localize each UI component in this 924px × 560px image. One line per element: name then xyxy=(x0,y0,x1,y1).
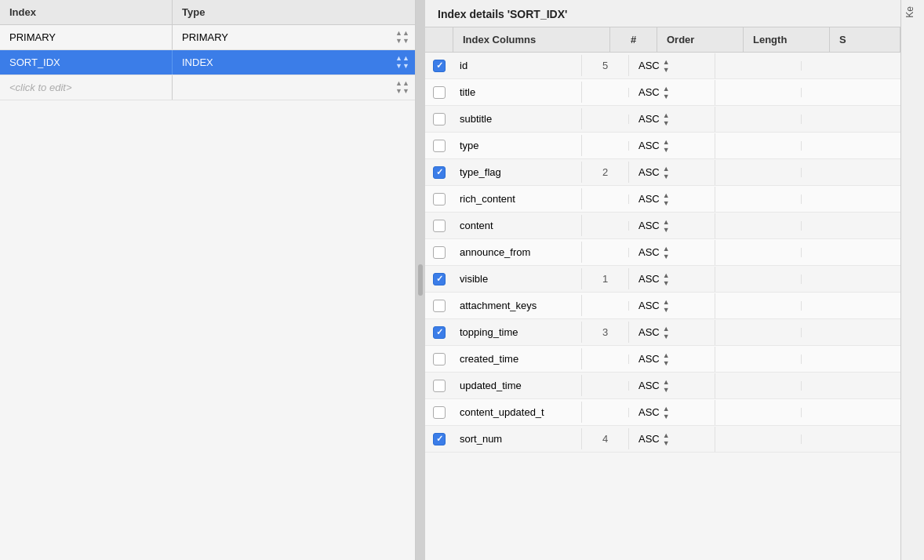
column-checkbox-created_time[interactable] xyxy=(425,353,453,365)
detail-row: visible1ASC xyxy=(425,266,900,293)
order-value: ASC xyxy=(638,273,660,285)
column-checkbox-subtitle[interactable] xyxy=(425,113,453,125)
column-num-sort_num: 4 xyxy=(582,428,629,449)
stepper-primary[interactable]: ▲ ▼ xyxy=(393,30,415,45)
arrow-up-icon[interactable]: ▲ xyxy=(395,55,409,62)
checkbox-icon[interactable] xyxy=(433,326,446,339)
column-checkbox-id[interactable] xyxy=(425,60,453,72)
up-arrow-icon[interactable] xyxy=(663,218,670,226)
up-arrow-icon[interactable] xyxy=(663,85,670,93)
up-arrow-icon[interactable] xyxy=(663,58,670,66)
checkbox-icon[interactable] xyxy=(433,113,446,125)
column-checkbox-content_updated_t[interactable] xyxy=(425,406,453,419)
down-arrow-icon[interactable] xyxy=(663,199,670,207)
checkbox-icon[interactable] xyxy=(433,166,446,179)
column-checkbox-content[interactable] xyxy=(425,220,453,232)
down-arrow-icon[interactable] xyxy=(663,173,670,180)
down-arrow-icon[interactable] xyxy=(663,333,670,340)
checkbox-icon[interactable] xyxy=(433,380,446,392)
column-checkbox-title[interactable] xyxy=(425,86,453,99)
stepper-sort-idx[interactable]: ▲ ▼ xyxy=(393,55,415,70)
column-extra-content xyxy=(802,221,900,231)
checkbox-icon[interactable] xyxy=(433,246,446,259)
order-stepper[interactable] xyxy=(663,218,670,234)
column-length-created_time xyxy=(715,355,802,364)
checkbox-icon[interactable] xyxy=(433,86,446,99)
down-arrow-icon[interactable] xyxy=(663,306,670,314)
index-row-primary[interactable]: PRIMARY PRIMARY ▲ ▼ xyxy=(0,25,415,50)
detail-row: contentASC xyxy=(425,213,900,239)
up-arrow-icon[interactable] xyxy=(663,431,670,439)
up-arrow-icon[interactable] xyxy=(663,298,670,306)
column-checkbox-topping_time[interactable] xyxy=(425,326,453,339)
order-stepper[interactable] xyxy=(663,378,670,394)
column-checkbox-type[interactable] xyxy=(425,140,453,152)
column-checkbox-updated_time[interactable] xyxy=(425,380,453,392)
checkbox-icon[interactable] xyxy=(433,273,446,285)
column-checkbox-attachment_keys[interactable] xyxy=(425,300,453,312)
checkbox-icon[interactable] xyxy=(433,433,446,445)
up-arrow-icon[interactable] xyxy=(663,191,670,199)
checkbox-icon[interactable] xyxy=(433,300,446,312)
arrow-down-icon[interactable]: ▼ xyxy=(395,63,409,70)
up-arrow-icon[interactable] xyxy=(663,111,670,119)
arrow-down-icon[interactable]: ▼ xyxy=(395,88,409,95)
index-row-new[interactable]: <click to edit> ▲ ▼ xyxy=(0,75,415,100)
checkbox-icon[interactable] xyxy=(433,406,446,419)
column-checkbox-announce_from[interactable] xyxy=(425,246,453,259)
up-arrow-icon[interactable] xyxy=(663,165,670,173)
up-arrow-icon[interactable] xyxy=(663,325,670,333)
checkbox-icon[interactable] xyxy=(433,353,446,365)
column-checkbox-type_flag[interactable] xyxy=(425,166,453,179)
order-stepper[interactable] xyxy=(663,58,670,74)
up-arrow-icon[interactable] xyxy=(663,405,670,413)
order-stepper[interactable] xyxy=(663,325,670,340)
down-arrow-icon[interactable] xyxy=(663,253,670,260)
down-arrow-icon[interactable] xyxy=(663,386,670,394)
order-stepper[interactable] xyxy=(663,111,670,127)
checkbox-icon[interactable] xyxy=(433,140,446,152)
down-arrow-icon[interactable] xyxy=(663,359,670,367)
arrow-up-icon[interactable]: ▲ xyxy=(395,80,409,87)
header-index-columns: Index Columns xyxy=(453,27,610,52)
panel-divider[interactable] xyxy=(416,0,425,560)
up-arrow-icon[interactable] xyxy=(663,138,670,146)
down-arrow-icon[interactable] xyxy=(663,119,670,127)
column-checkbox-rich_content[interactable] xyxy=(425,193,453,205)
down-arrow-icon[interactable] xyxy=(663,413,670,420)
detail-row: sort_num4ASC xyxy=(425,426,900,453)
column-num-rich_content xyxy=(582,195,629,204)
order-stepper[interactable] xyxy=(663,405,670,420)
order-stepper[interactable] xyxy=(663,165,670,180)
order-stepper[interactable] xyxy=(663,245,670,260)
checkbox-icon[interactable] xyxy=(433,193,446,205)
down-arrow-icon[interactable] xyxy=(663,146,670,154)
index-row-sort-idx[interactable]: SORT_IDX INDEX ▲ ▼ xyxy=(0,50,415,75)
order-stepper[interactable] xyxy=(663,138,670,154)
order-stepper[interactable] xyxy=(663,271,670,287)
order-stepper[interactable] xyxy=(663,431,670,447)
detail-row: type_flag2ASC xyxy=(425,159,900,186)
column-checkbox-visible[interactable] xyxy=(425,273,453,285)
order-stepper[interactable] xyxy=(663,351,670,367)
up-arrow-icon[interactable] xyxy=(663,271,670,279)
order-stepper[interactable] xyxy=(663,191,670,207)
down-arrow-icon[interactable] xyxy=(663,226,670,234)
order-stepper[interactable] xyxy=(663,85,670,100)
up-arrow-icon[interactable] xyxy=(663,378,670,386)
checkbox-icon[interactable] xyxy=(433,220,446,232)
arrow-up-icon[interactable]: ▲ xyxy=(395,30,409,37)
checkbox-icon[interactable] xyxy=(433,60,446,72)
up-arrow-icon[interactable] xyxy=(663,245,670,253)
arrow-down-icon[interactable]: ▼ xyxy=(395,38,409,45)
column-num-content_updated_t xyxy=(582,408,629,417)
down-arrow-icon[interactable] xyxy=(663,66,670,74)
order-stepper[interactable] xyxy=(663,298,670,314)
column-num-id: 5 xyxy=(582,55,629,76)
down-arrow-icon[interactable] xyxy=(663,93,670,100)
down-arrow-icon[interactable] xyxy=(663,279,670,287)
stepper-new[interactable]: ▲ ▼ xyxy=(393,80,415,95)
up-arrow-icon[interactable] xyxy=(663,351,670,359)
down-arrow-icon[interactable] xyxy=(663,439,670,447)
column-checkbox-sort_num[interactable] xyxy=(425,433,453,445)
